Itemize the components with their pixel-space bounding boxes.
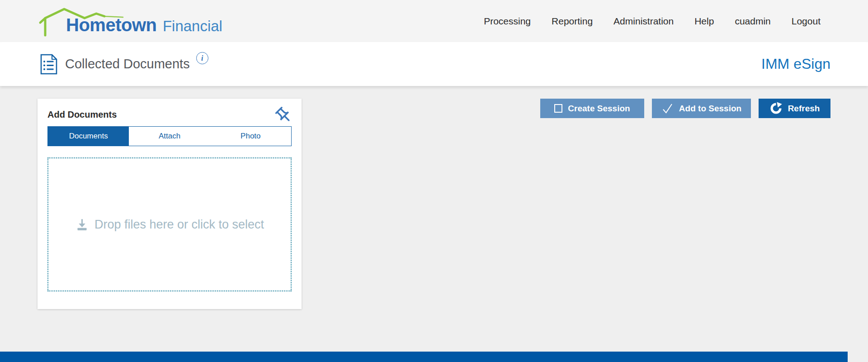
document-list-icon	[40, 54, 58, 75]
add-documents-panel: Add Documents Documents Attach Photo Dro…	[38, 99, 302, 309]
panel-title: Add Documents	[47, 109, 117, 120]
checkbox-icon	[554, 104, 562, 113]
create-session-label: Create Session	[568, 104, 630, 114]
nav-item-logout[interactable]: Logout	[792, 16, 821, 27]
tab-attach[interactable]: Attach	[129, 127, 210, 146]
refresh-button[interactable]: Refresh	[759, 99, 830, 118]
product-name: IMM eSign	[761, 42, 830, 86]
panel-header: Add Documents	[47, 109, 292, 126]
page-title: Collected Documents	[65, 57, 190, 71]
main-nav: Processing Reporting Administration Help…	[484, 0, 821, 42]
nav-item-user-cuadmin[interactable]: cuadmin	[735, 16, 770, 27]
logo-text-primary: Hometown	[66, 15, 156, 35]
tab-bar: Documents Attach Photo	[47, 126, 292, 146]
pin-icon[interactable]	[274, 106, 293, 125]
nav-item-administration[interactable]: Administration	[613, 16, 674, 27]
footer-bar	[0, 352, 848, 362]
page-header-band: Collected Documents i IMM eSign	[0, 42, 868, 86]
top-navigation-bar: Hometown Financial Processing Reporting …	[0, 0, 868, 42]
refresh-icon	[769, 102, 783, 115]
main-content: Add Documents Documents Attach Photo Dro…	[0, 86, 868, 352]
add-to-session-button[interactable]: Add to Session	[652, 99, 751, 118]
refresh-label: Refresh	[788, 104, 820, 114]
nav-item-help[interactable]: Help	[694, 16, 714, 27]
hometown-logo[interactable]: Hometown Financial	[38, 0, 237, 42]
file-dropzone[interactable]: Drop files here or click to select	[47, 157, 292, 291]
tab-photo[interactable]: Photo	[210, 127, 291, 146]
dropzone-label: Drop files here or click to select	[94, 218, 264, 232]
create-session-button[interactable]: Create Session	[540, 99, 644, 118]
session-actions: Create Session Add to Session Refresh	[540, 99, 830, 118]
info-icon[interactable]: i	[196, 52, 208, 64]
checkmark-icon	[661, 102, 674, 114]
logo-text: Hometown Financial	[66, 15, 222, 35]
nav-item-reporting[interactable]: Reporting	[552, 16, 593, 27]
download-icon	[75, 218, 89, 232]
logo-text-secondary: Financial	[163, 18, 222, 34]
nav-item-processing[interactable]: Processing	[484, 16, 531, 27]
tab-documents[interactable]: Documents	[48, 127, 129, 146]
add-to-session-label: Add to Session	[679, 104, 741, 114]
page-header-left: Collected Documents i	[40, 42, 208, 86]
